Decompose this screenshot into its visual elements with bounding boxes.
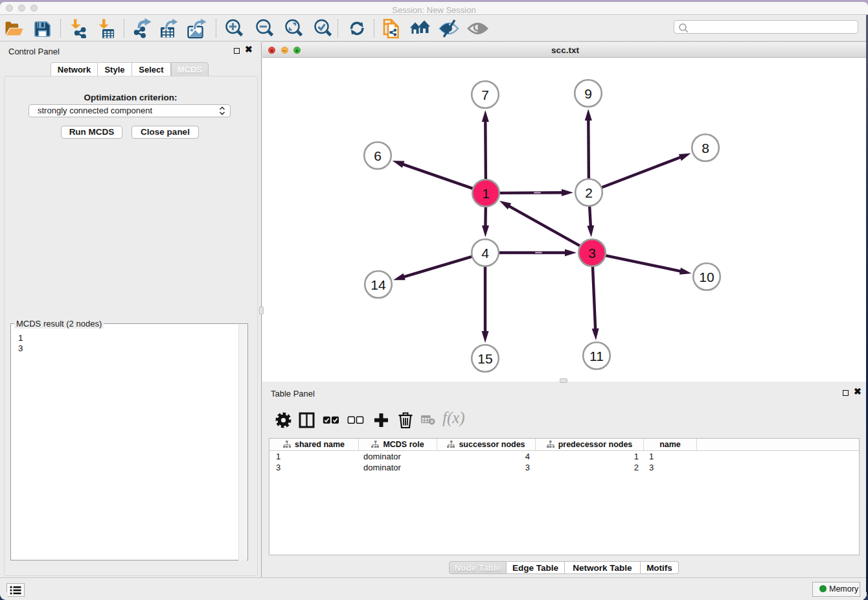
svg-text:7: 7 <box>481 87 489 102</box>
svg-text:11: 11 <box>589 349 604 363</box>
svg-text:2: 2 <box>585 185 593 200</box>
svg-text:4: 4 <box>481 246 489 260</box>
svg-text:1: 1 <box>482 186 490 201</box>
svg-text:15: 15 <box>477 351 492 366</box>
svg-text:9: 9 <box>584 86 592 101</box>
svg-text:8: 8 <box>702 141 709 156</box>
svg-text:14: 14 <box>371 277 386 292</box>
svg-text:6: 6 <box>374 148 382 163</box>
svg-text:3: 3 <box>588 246 596 260</box>
svg-text:10: 10 <box>699 270 714 284</box>
